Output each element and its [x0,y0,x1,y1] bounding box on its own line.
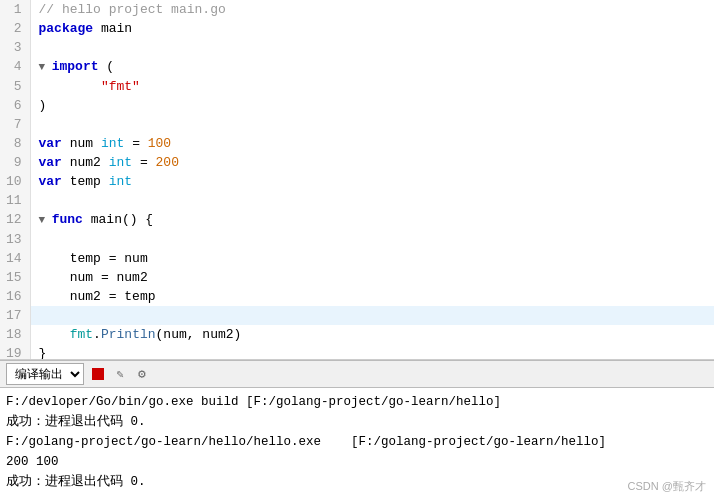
line-number: 16 [0,287,30,306]
code-line [30,191,714,210]
code-line [30,306,714,325]
token: temp = num [39,251,148,266]
code-line [30,115,714,134]
console-line: F:/devloper/Go/bin/go.exe build [F:/gola… [6,392,708,412]
pencil-icon: ✎ [116,367,123,382]
code-line: var num2 int = 200 [30,153,714,172]
line-number: 8 [0,134,30,153]
line-number: 1 [0,0,30,19]
code-line: var temp int [30,172,714,191]
token: var [39,136,62,151]
console-output: F:/devloper/Go/bin/go.exe build [F:/gola… [0,388,714,500]
line-number: 10 [0,172,30,191]
token: num = num2 [39,270,148,285]
code-line: num2 = temp [30,287,714,306]
token: = [132,155,155,170]
code-line [30,38,714,57]
line-number: 15 [0,268,30,287]
token: int [109,174,132,189]
gear-icon: ⚙ [138,366,146,382]
line-number: 9 [0,153,30,172]
token: import [52,59,99,74]
stop-icon [92,368,104,380]
console-line: 成功：进程退出代码 0. [6,472,708,492]
line-number: 4 [0,57,30,77]
token: num2 [62,155,109,170]
stop-button[interactable] [90,366,106,382]
code-editor: 1// hello project main.go2package main34… [0,0,714,360]
line-number: 13 [0,230,30,249]
console-line: 200 100 [6,452,708,472]
token: main [93,21,132,36]
line-number: 14 [0,249,30,268]
code-table: 1// hello project main.go2package main34… [0,0,714,360]
token: ) [39,98,47,113]
token: } [39,346,47,360]
token: package [39,21,94,36]
token: var [39,174,62,189]
line-number: 18 [0,325,30,344]
line-number: 7 [0,115,30,134]
line-number: 19 [0,344,30,360]
settings-button[interactable]: ⚙ [134,366,150,382]
code-line: num = num2 [30,268,714,287]
code-line: ▼ import ( [30,57,714,77]
code-line [30,230,714,249]
token: (num, num2) [156,327,242,342]
code-line: package main [30,19,714,38]
token: = [124,136,147,151]
token: num2 = temp [39,289,156,304]
token: "fmt" [39,79,140,94]
line-number: 6 [0,96,30,115]
output-type-select[interactable]: 编译输出 [6,363,84,385]
code-line: ) [30,96,714,115]
token: ( [99,59,115,74]
token: . [93,327,101,342]
token: fmt [39,327,94,342]
code-line: } [30,344,714,360]
token: int [101,136,124,151]
token: var [39,155,62,170]
token: int [109,155,132,170]
console-line: 成功：进程退出代码 0. [6,412,708,432]
code-line: var num int = 100 [30,134,714,153]
watermark: CSDN @甄齐才 [628,478,706,496]
code-line: // hello project main.go [30,0,714,19]
collapse-arrow[interactable]: ▼ [39,214,52,226]
token: temp [62,174,109,189]
token: 100 [148,136,171,151]
token: Println [101,327,156,342]
line-number: 5 [0,77,30,96]
code-line: fmt.Println(num, num2) [30,325,714,344]
token: func [52,212,83,227]
toolbar: 编译输出 ✎ ⚙ [0,360,714,388]
token: 200 [156,155,179,170]
console-line: F:/golang-project/go-learn/hello/hello.e… [6,432,708,452]
line-number: 17 [0,306,30,325]
collapse-arrow[interactable]: ▼ [39,61,52,73]
line-number: 3 [0,38,30,57]
line-number: 2 [0,19,30,38]
code-line: ▼ func main() { [30,210,714,230]
line-number: 12 [0,210,30,230]
token: num [62,136,101,151]
token: main() { [83,212,153,227]
edit-button[interactable]: ✎ [112,366,128,382]
line-number: 11 [0,191,30,210]
code-line: temp = num [30,249,714,268]
code-line: "fmt" [30,77,714,96]
token: // hello project main.go [39,2,226,17]
